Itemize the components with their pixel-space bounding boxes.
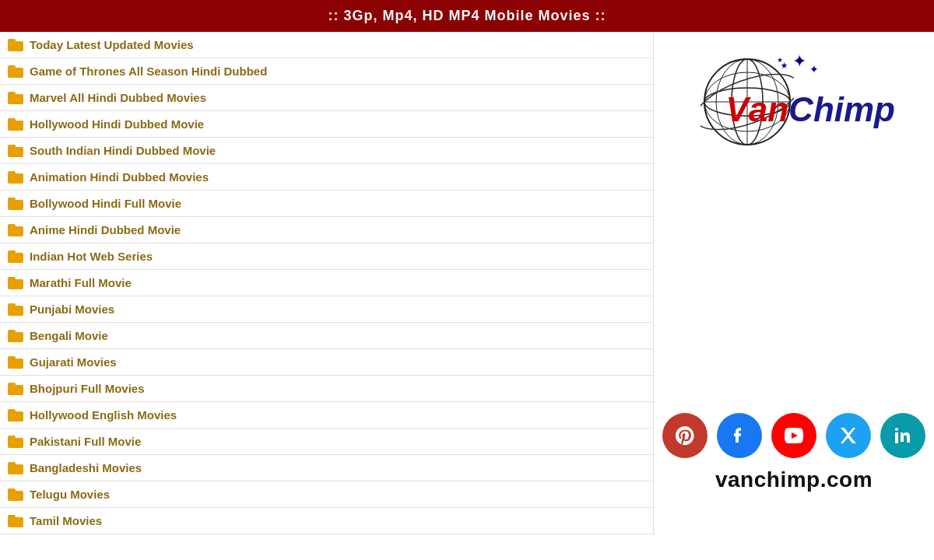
- site-header: :: 3Gp, Mp4, HD MP4 Mobile Movies ::: [0, 0, 934, 32]
- category-label: Marvel All Hindi Dubbed Movies: [30, 91, 206, 104]
- folder-icon: [8, 65, 23, 78]
- folder-icon: [8, 198, 23, 210]
- list-item[interactable]: Hollywood English Movies: [0, 402, 653, 429]
- header-title: :: 3Gp, Mp4, HD MP4 Mobile Movies ::: [328, 8, 606, 23]
- category-label: Hollywood English Movies: [30, 408, 177, 422]
- category-label: Gujarati Movies: [30, 355, 117, 369]
- list-item[interactable]: Gujarati Movies: [0, 349, 653, 376]
- list-item[interactable]: Indian Hot Web Series: [0, 243, 653, 270]
- list-item[interactable]: Bangladeshi Movies: [0, 455, 653, 481]
- category-label: Bollywood Hindi Full Movie: [30, 197, 181, 210]
- list-item[interactable]: Today Latest Updated Movies: [0, 32, 653, 58]
- folder-icon: [8, 330, 23, 342]
- x-twitter-icon[interactable]: [826, 413, 871, 458]
- category-label: Pakistani Full Movie: [30, 435, 141, 448]
- list-item[interactable]: Telugu Movies: [0, 481, 653, 508]
- list-item[interactable]: Marathi Full Movie: [0, 270, 653, 296]
- category-label: Telugu Movies: [30, 488, 110, 501]
- folder-icon: [8, 488, 23, 501]
- list-item[interactable]: Pakistani Full Movie: [0, 429, 653, 455]
- folder-icon: [8, 145, 23, 157]
- category-label: Anime Hindi Dubbed Movie: [30, 223, 181, 236]
- list-item[interactable]: Bhojpuri Full Movies: [0, 376, 653, 402]
- folder-icon: [8, 171, 23, 184]
- right-panel: ✦ ✦ VanChimp: [654, 32, 934, 534]
- category-label: Animation Hindi Dubbed Movies: [30, 170, 209, 184]
- list-item[interactable]: Anime Hindi Dubbed Movie: [0, 217, 653, 243]
- category-label: Game of Thrones All Season Hindi Dubbed: [30, 65, 267, 78]
- pinterest-icon[interactable]: [662, 413, 708, 458]
- svg-marker-8: [781, 62, 788, 68]
- domain-label: vanchimp.com: [715, 467, 873, 492]
- folder-icon: [8, 409, 23, 422]
- linkedin-icon[interactable]: [880, 413, 925, 458]
- folder-icon: [8, 515, 23, 527]
- svg-marker-9: [778, 58, 782, 62]
- category-list: Today Latest Updated MoviesGame of Thron…: [0, 32, 654, 534]
- folder-icon: [8, 224, 23, 236]
- list-item[interactable]: Game of Thrones All Season Hindi Dubbed: [0, 58, 653, 85]
- list-item[interactable]: Marvel All Hindi Dubbed Movies: [0, 85, 653, 111]
- category-label: Today Latest Updated Movies: [30, 38, 194, 51]
- facebook-icon[interactable]: [717, 413, 762, 458]
- category-label: Marathi Full Movie: [30, 276, 132, 289]
- youtube-icon[interactable]: [771, 413, 816, 458]
- category-label: Tamil Movies: [30, 514, 102, 527]
- list-item[interactable]: Hollywood Hindi Dubbed Movie: [0, 111, 653, 138]
- social-icons: [662, 413, 925, 458]
- list-item[interactable]: South Indian Hindi Dubbed Movie: [0, 138, 653, 164]
- logo-graphic: ✦ ✦ VanChimp: [685, 47, 903, 172]
- category-label: Indian Hot Web Series: [30, 250, 153, 263]
- brand-name: VanChimp: [725, 90, 895, 129]
- folder-icon: [8, 39, 23, 51]
- folder-icon: [8, 462, 23, 474]
- folder-icon: [8, 118, 23, 131]
- list-item[interactable]: Animation Hindi Dubbed Movies: [0, 164, 653, 191]
- folder-icon: [8, 303, 23, 316]
- list-item[interactable]: Bollywood Hindi Full Movie: [0, 191, 653, 217]
- list-item[interactable]: Tamil Movies: [0, 508, 653, 534]
- category-label: Bengali Movie: [30, 329, 108, 342]
- category-label: Punjabi Movies: [30, 303, 114, 316]
- folder-icon: [8, 250, 23, 263]
- star-icon-2: ✦: [809, 63, 819, 75]
- star-icon-1: ✦: [792, 51, 806, 72]
- logo-area: ✦ ✦ VanChimp: [677, 40, 911, 180]
- category-label: Bhojpuri Full Movies: [30, 382, 145, 395]
- folder-icon: [8, 92, 23, 104]
- folder-icon: [8, 356, 23, 369]
- category-label: Bangladeshi Movies: [30, 461, 142, 474]
- main-content: Today Latest Updated MoviesGame of Thron…: [0, 32, 934, 534]
- list-item[interactable]: Bengali Movie: [0, 323, 653, 349]
- category-label: Hollywood Hindi Dubbed Movie: [30, 117, 204, 131]
- list-item[interactable]: Punjabi Movies: [0, 296, 653, 323]
- category-label: South Indian Hindi Dubbed Movie: [30, 144, 216, 157]
- folder-icon: [8, 383, 23, 395]
- folder-icon: [8, 436, 23, 448]
- folder-icon: [8, 277, 23, 289]
